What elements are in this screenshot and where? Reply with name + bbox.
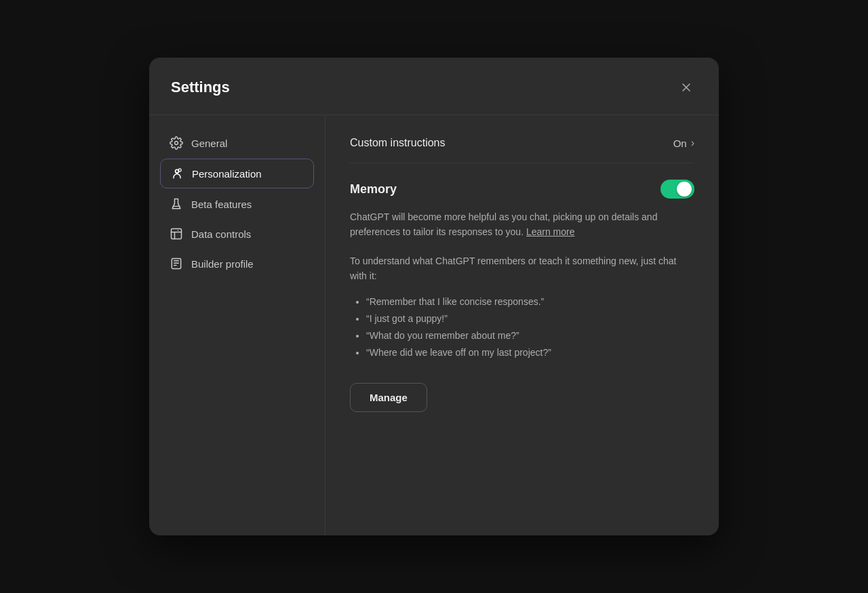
data-icon — [170, 227, 183, 241]
memory-description: ChatGPT will become more helpful as you … — [350, 209, 694, 240]
memory-examples-list: “Remember that I like concise responses.… — [350, 293, 694, 362]
manage-button[interactable]: Manage — [350, 383, 427, 412]
builder-icon — [170, 257, 183, 270]
memory-example-2: “I just got a puppy!” — [366, 310, 694, 327]
sidebar-item-builder-profile-label: Builder profile — [191, 258, 254, 270]
custom-instructions-value: On — [673, 138, 687, 149]
close-icon — [679, 81, 693, 94]
close-button[interactable] — [675, 77, 697, 98]
memory-header: Memory — [350, 180, 694, 199]
memory-example-1: “Remember that I like concise responses.… — [366, 293, 694, 310]
svg-point-2 — [175, 142, 178, 145]
sidebar-item-general-label: General — [191, 138, 227, 149]
toggle-knob — [677, 182, 692, 197]
memory-toggle[interactable] — [660, 180, 694, 199]
memory-example-4: “Where did we leave off on my last proje… — [366, 344, 694, 361]
memory-teach-text: To understand what ChatGPT remembers or … — [350, 253, 694, 284]
person-icon — [170, 167, 184, 180]
gear-icon — [170, 136, 183, 150]
memory-example-3: “What do you remember about me?” — [366, 327, 694, 344]
sidebar-item-builder-profile[interactable]: Builder profile — [160, 249, 314, 278]
sidebar-item-general[interactable]: General — [160, 129, 314, 157]
modal-header: Settings — [149, 58, 719, 115]
learn-more-link[interactable]: Learn more — [526, 226, 575, 237]
custom-instructions-row: Custom instructions On › — [350, 134, 694, 163]
memory-title: Memory — [350, 182, 397, 197]
sidebar-item-personalization[interactable]: Personalization — [160, 159, 314, 188]
page-overlay: Settings — [0, 0, 868, 593]
settings-modal: Settings — [149, 58, 719, 535]
svg-point-6 — [178, 230, 179, 231]
sidebar-item-data-controls[interactable]: Data controls — [160, 220, 314, 248]
main-content: Custom instructions On › Memory ChatGPT … — [326, 115, 719, 535]
modal-title: Settings — [171, 79, 230, 96]
modal-body: General Personalization — [149, 115, 719, 535]
custom-instructions-link[interactable]: On › — [673, 137, 694, 149]
sidebar-item-personalization-label: Personalization — [192, 168, 262, 180]
sidebar: General Personalization — [149, 115, 326, 535]
custom-instructions-label: Custom instructions — [350, 137, 446, 149]
sidebar-item-data-controls-label: Data controls — [191, 228, 251, 240]
svg-rect-5 — [172, 229, 182, 239]
sidebar-item-beta-features[interactable]: Beta features — [160, 190, 314, 218]
svg-rect-7 — [172, 259, 180, 269]
chevron-right-icon: › — [691, 137, 694, 149]
sidebar-item-beta-features-label: Beta features — [191, 199, 252, 210]
flask-icon — [170, 197, 183, 211]
